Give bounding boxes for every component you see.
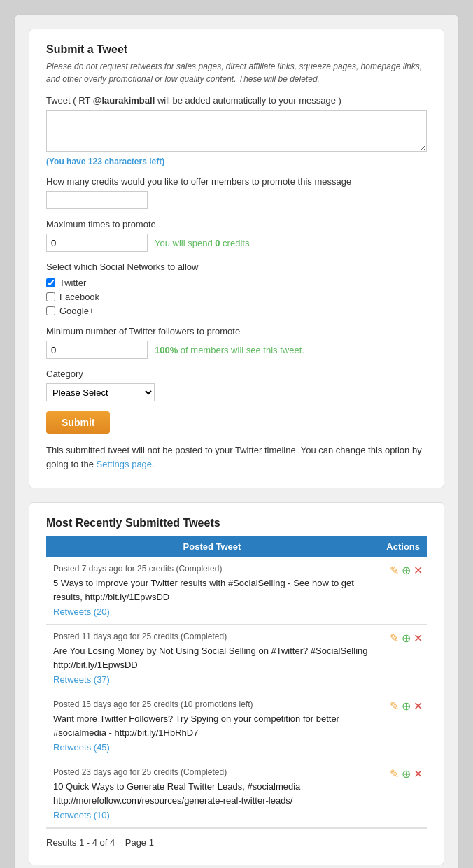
checkbox-twitter[interactable]: Twitter (46, 278, 427, 288)
edit-icon[interactable]: ✎ (390, 564, 399, 577)
tweets-table: Posted Tweet Actions Posted 7 days ago f… (46, 536, 427, 828)
googleplus-checkbox-label: Google+ (59, 306, 94, 316)
credits-spend-note: You will spend 0 credits (155, 238, 249, 248)
tweet-meta: Posted 11 days ago for 25 credits (Compl… (53, 632, 371, 641)
delete-icon[interactable]: ✕ (414, 564, 423, 577)
char-count-suffix: characters left) (102, 157, 164, 166)
twitter-checkbox[interactable] (46, 278, 55, 287)
min-followers-input[interactable] (46, 341, 148, 359)
delete-icon[interactable]: ✕ (414, 767, 423, 781)
add-icon[interactable]: ⊕ (402, 632, 411, 645)
table-row: Posted 11 days ago for 25 credits (Compl… (46, 625, 427, 692)
followers-pct: 100% (155, 345, 178, 355)
credits-input[interactable] (46, 191, 148, 209)
edit-icon[interactable]: ✎ (390, 767, 399, 781)
retweets-link[interactable]: Retweets (10) (53, 810, 110, 820)
actions-cell: ✎⊕✕ (378, 625, 427, 692)
bottom-note-text2: . (152, 459, 155, 469)
actions-cell: ✎⊕✕ (378, 692, 427, 760)
retweets-link[interactable]: Retweets (45) (53, 742, 110, 753)
form-title: Submit a Tweet (46, 43, 427, 56)
delete-icon[interactable]: ✕ (414, 632, 423, 645)
tweet-meta: Posted 23 days ago for 25 credits (Compl… (53, 767, 371, 777)
checkbox-facebook[interactable]: Facebook (46, 292, 427, 302)
tweet-label-suffix: will be added automatically to your mess… (155, 95, 341, 106)
actions-cell: ✎⊕✕ (378, 557, 427, 625)
twitter-checkbox-label: Twitter (59, 278, 86, 288)
add-icon[interactable]: ⊕ (402, 564, 411, 577)
googleplus-checkbox[interactable] (46, 306, 55, 315)
add-icon[interactable]: ⊕ (402, 699, 411, 713)
facebook-checkbox[interactable] (46, 292, 55, 301)
submit-button[interactable]: Submit (46, 411, 110, 434)
category-label: Category (46, 369, 427, 379)
edit-icon[interactable]: ✎ (390, 699, 399, 713)
retweets-link[interactable]: Retweets (20) (53, 606, 110, 617)
credits-label: How many credits would you like to offer… (46, 176, 427, 187)
tweets-section-title: Most Recently Submitted Tweets (46, 517, 427, 529)
actions-cell: ✎⊕✕ (378, 760, 427, 828)
tweet-cell: Posted 23 days ago for 25 credits (Compl… (46, 760, 378, 828)
page-text: Page 1 (125, 837, 154, 848)
tweet-text: 5 Ways to improve your Twitter results w… (53, 576, 371, 604)
delete-icon[interactable]: ✕ (414, 699, 423, 713)
category-select[interactable]: Please Select Business Technology Market… (46, 383, 155, 401)
edit-icon[interactable]: ✎ (390, 632, 399, 645)
bottom-note: This submitted tweet will not be posted … (46, 443, 427, 471)
add-icon[interactable]: ⊕ (402, 767, 411, 781)
tweet-label: Tweet ( RT @laurakimball will be added a… (46, 95, 427, 106)
settings-page-link[interactable]: Settings page (97, 459, 153, 469)
retweets-link[interactable]: Retweets (37) (53, 674, 110, 685)
checkbox-googleplus[interactable]: Google+ (46, 306, 427, 316)
tweet-cell: Posted 15 days ago for 25 credits (10 pr… (46, 692, 378, 760)
facebook-checkbox-label: Facebook (59, 292, 99, 302)
tweet-meta: Posted 15 days ago for 25 credits (10 pr… (53, 699, 371, 709)
tweet-text: 10 Quick Ways to Generate Real Twitter L… (53, 780, 371, 807)
table-row: Posted 7 days ago for 25 credits (Comple… (46, 557, 427, 625)
results-bar: Results 1 - 4 of 4 Page 1 (46, 837, 427, 848)
followers-note-suffix: of members will see this tweet. (178, 345, 304, 355)
table-header-actions: Actions (378, 536, 427, 557)
followers-note: 100% of members will see this tweet. (155, 345, 304, 355)
table-header-tweet: Posted Tweet (46, 536, 378, 557)
max-times-label: Maximum times to promote (46, 219, 427, 229)
tweet-cell: Posted 7 days ago for 25 credits (Comple… (46, 557, 378, 625)
social-networks-label: Select which Social Networks to allow (46, 262, 427, 272)
twitter-handle: @laurakimball (93, 95, 155, 106)
max-times-input[interactable] (46, 234, 148, 252)
results-text: Results 1 - 4 of 4 (46, 837, 115, 848)
tweet-text: Are You Losing Money by Not Using Social… (53, 644, 371, 671)
table-row: Posted 15 days ago for 25 credits (10 pr… (46, 692, 427, 760)
tweet-cell: Posted 11 days ago for 25 credits (Compl… (46, 625, 378, 692)
char-count-value: 123 (88, 157, 102, 166)
char-count: (You have 123 characters left) (46, 157, 427, 166)
tweet-textarea[interactable] (46, 110, 427, 152)
char-count-prefix: (You have (46, 157, 88, 166)
min-followers-label: Minimum number of Twitter followers to p… (46, 326, 427, 336)
tweet-text: Want more Twitter Followers? Try Spying … (53, 712, 371, 739)
form-disclaimer: Please do not request retweets for sales… (46, 60, 427, 85)
tweet-meta: Posted 7 days ago for 25 credits (Comple… (53, 564, 371, 574)
table-row: Posted 23 days ago for 25 credits (Compl… (46, 760, 427, 828)
